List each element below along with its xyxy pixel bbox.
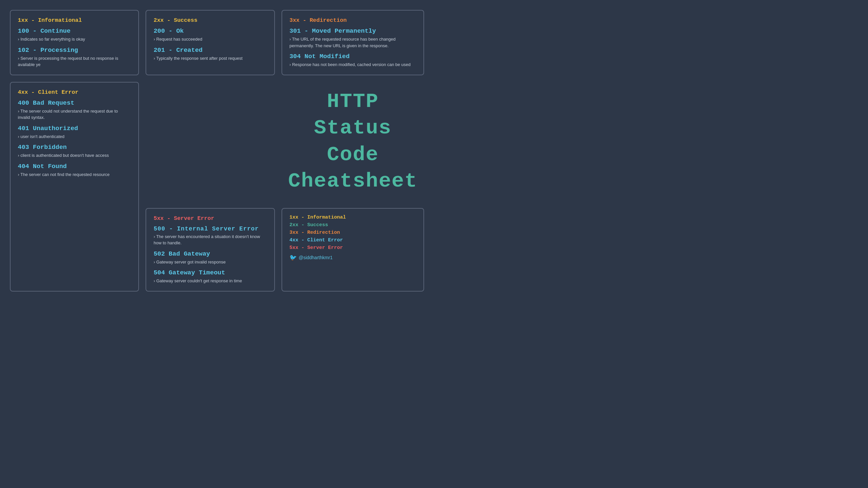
legend-1xx: 1xx - Informational: [289, 215, 416, 220]
card-5xx: 5xx - Server Error 500 - Internal Server…: [146, 208, 275, 292]
twitter-username: @siddharthkmr1: [299, 255, 333, 260]
card-2xx: 2xx - Success 200 - Ok › Request has suc…: [146, 10, 275, 75]
status-200-desc: › Request has succeeded: [153, 36, 267, 42]
card-1xx: 1xx - Informational 100 - Continue › Ind…: [10, 10, 139, 75]
legend-card: 1xx - Informational 2xx - Success 3xx - …: [281, 208, 424, 292]
category-title-2xx: 2xx - Success: [153, 17, 267, 24]
status-401-code: 401 Unauthorized: [18, 125, 131, 132]
status-200-code: 200 - Ok: [153, 27, 267, 35]
status-500-code: 500 - Internal Server Error: [153, 225, 267, 232]
status-301-desc: › The URL of the requested resource has …: [289, 36, 416, 49]
twitter-handle: 🐦 @siddharthkmr1: [289, 254, 416, 261]
status-100-desc: › Indicates so far everything is okay: [18, 36, 131, 42]
main-title: HTTP Status Code Cheatsheet: [288, 89, 417, 195]
status-201-desc: › Typically the response sent after post…: [153, 55, 267, 62]
twitter-icon: 🐦: [289, 254, 297, 261]
status-404-code: 404 Not Found: [18, 163, 131, 170]
legend-5xx: 5xx - Server Error: [289, 245, 416, 251]
status-102-desc: › Server is processing the request but n…: [18, 55, 131, 68]
status-400-desc: › The server could not understand the re…: [18, 108, 131, 121]
status-404-desc: › The server can not find the requested …: [18, 171, 131, 178]
card-3xx: 3xx - Redirection 301 - Moved Permanentl…: [281, 10, 424, 75]
legend-2xx: 2xx - Success: [289, 222, 416, 228]
empty-cell: [146, 82, 275, 202]
legend-4xx: 4xx - Client Error: [289, 237, 416, 243]
category-title-3xx: 3xx - Redirection: [289, 17, 416, 24]
status-502-code: 502 Bad Gateway: [153, 250, 267, 257]
legend-3xx: 3xx - Redirection: [289, 230, 416, 236]
title-area: HTTP Status Code Cheatsheet: [281, 82, 424, 202]
status-400-code: 400 Bad Request: [18, 99, 131, 106]
category-title-1xx: 1xx - Informational: [18, 17, 131, 24]
status-304-desc: › Response has not been modified, cached…: [289, 61, 416, 68]
status-403-desc: › client is authenticated but doesn't ha…: [18, 152, 131, 159]
status-102-code: 102 - Processing: [18, 47, 131, 54]
card-4xx: 4xx - Client Error 400 Bad Request › The…: [10, 82, 139, 292]
status-504-desc: › Gateway server couldn't get response i…: [153, 278, 267, 284]
status-502-desc: › Gateway server got invalid response: [153, 259, 267, 266]
category-title-5xx: 5xx - Server Error: [153, 215, 267, 221]
status-500-desc: › The server has encountered a situation…: [153, 234, 267, 246]
status-504-code: 504 Gateway Timeout: [153, 269, 267, 276]
status-403-code: 403 Forbidden: [18, 144, 131, 151]
category-title-4xx: 4xx - Client Error: [18, 89, 131, 95]
status-100-code: 100 - Continue: [18, 27, 131, 35]
status-301-code: 301 - Moved Permanently: [289, 27, 416, 35]
status-304-code: 304 Not Modified: [289, 53, 416, 60]
status-201-code: 201 - Created: [153, 47, 267, 54]
status-401-desc: › user isn't authenticated: [18, 133, 131, 140]
